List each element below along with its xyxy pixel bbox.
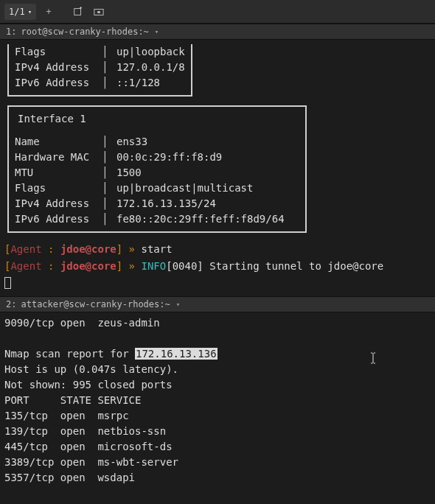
nmap-line-zeus: 9090/tcp open zeus-admin	[4, 315, 431, 331]
pane-1-index: 1:	[6, 27, 16, 37]
pane-2-index: 2:	[6, 299, 16, 309]
terminal-pane-2[interactable]: 9090/tcp open zeus-admin Nmap scan repor…	[0, 312, 435, 504]
interface-1-box: Interface 1 Name│ ens33 Hardware MAC│ 00…	[7, 105, 307, 233]
iface1-mac-val: 00:0c:29:ff:f8:d9	[116, 150, 222, 165]
highlighted-ip: 172.16.13.136	[135, 348, 218, 360]
plus-icon: ＋	[44, 5, 53, 18]
interface-1-title: Interface 1	[18, 111, 299, 127]
iface1-mac-key: Hardware MAC	[15, 150, 102, 165]
svg-rect-4	[97, 11, 100, 13]
iface1-ipv4-key: IPv4 Address	[15, 196, 102, 211]
interface-0-box: Flags│ up|loopback IPv4 Address│ 127.0.0…	[7, 44, 192, 97]
pane-2-title: attacker@scw-cranky-rhodes:~	[21, 299, 170, 309]
new-tab-button[interactable]: ＋	[41, 4, 57, 20]
nmap-port-139: 139/tcp open netbios-ssn	[4, 424, 431, 439]
iface0-ipv4-key: IPv4 Address	[15, 60, 102, 75]
pane-1-title: root@scw-cranky-rhodes:~	[21, 27, 148, 37]
tab-counter[interactable]: 1/1 ▾	[4, 4, 36, 20]
chevron-down-icon: ▾	[155, 28, 159, 35]
nmap-header: PORT STATE SERVICE	[4, 393, 431, 408]
nmap-port-5357: 5357/tcp open wsdapi	[4, 470, 431, 486]
tab-counter-label: 1/1	[9, 7, 25, 17]
chevron-down-icon: ▾	[28, 8, 32, 15]
nmap-port-3389: 3389/tcp open ms-wbt-server	[4, 455, 431, 470]
nmap-port-445: 445/tcp open microsoft-ds	[4, 439, 431, 455]
iface0-ipv6-val: ::1/128	[116, 75, 160, 91]
iface1-flags-val: up|broadcast|multicast	[116, 181, 253, 196]
iface1-ipv6-val: fe80::20c:29ff:feff:f8d9/64	[116, 211, 285, 227]
svg-rect-0	[74, 8, 81, 15]
new-window-button[interactable]	[70, 4, 86, 20]
command-start: start	[141, 243, 172, 255]
pane-2-title-bar[interactable]: 2: attacker@scw-cranky-rhodes:~ ▾	[0, 296, 435, 312]
iface1-mtu-key: MTU	[15, 165, 102, 181]
new-window-icon	[73, 7, 83, 17]
iface0-ipv6-key: IPv6 Address	[15, 75, 102, 91]
iface1-mtu-val: 1500	[116, 165, 142, 181]
prompt-line-1: [Agent : jdoe@core] » start	[4, 242, 431, 257]
broadcast-icon	[94, 7, 104, 17]
nmap-not-shown: Not shown: 995 closed ports	[4, 377, 431, 393]
nmap-scan-report: Nmap scan report for 172.16.13.136	[4, 346, 431, 362]
iface1-flags-key: Flags	[15, 181, 102, 196]
pane-1-title-bar[interactable]: 1: root@scw-cranky-rhodes:~ ▾	[0, 24, 435, 40]
iface0-flags-val: up|loopback	[116, 44, 185, 60]
iface1-name-val: ens33	[116, 134, 147, 150]
nmap-host-up: Host is up (0.047s latency).	[4, 362, 431, 377]
terminal-pane-1[interactable]: Flags│ up|loopback IPv4 Address│ 127.0.0…	[0, 40, 435, 296]
info-tag: INFO	[141, 260, 166, 272]
iface1-ipv4-val: 172.16.13.135/24	[116, 196, 216, 211]
broadcast-button[interactable]	[91, 4, 107, 20]
iface0-flags-key: Flags	[15, 44, 102, 60]
app-toolbar: 1/1 ▾ ＋	[0, 0, 435, 24]
info-message: [0040] Starting tunnel to jdoe@core	[166, 260, 383, 272]
nmap-port-135: 135/tcp open msrpc	[4, 408, 431, 424]
iface0-ipv4-val: 127.0.0.1/8	[116, 60, 185, 75]
chevron-down-icon: ▾	[176, 301, 180, 308]
iface1-name-key: Name	[15, 134, 102, 150]
iface1-ipv6-key: IPv6 Address	[15, 211, 102, 227]
cursor	[4, 274, 431, 290]
prompt-line-2: [Agent : jdoe@core] » INFO[0040] Startin…	[4, 259, 431, 274]
text-cursor-icon	[369, 352, 376, 364]
